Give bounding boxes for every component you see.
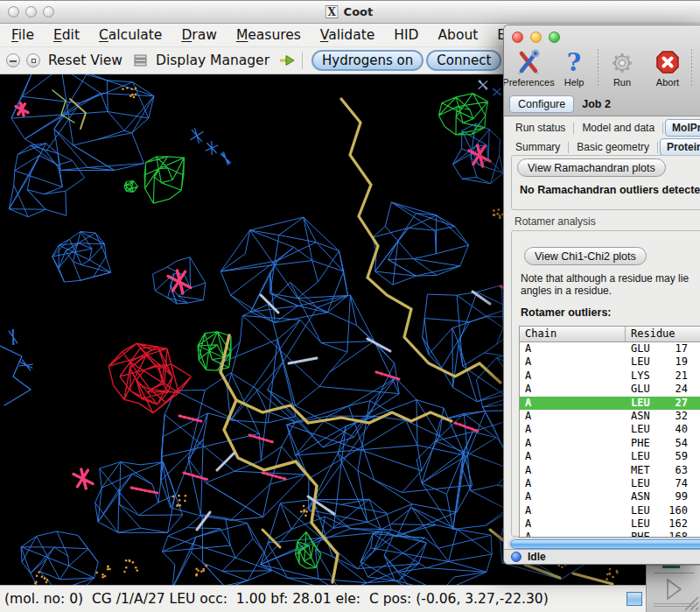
cell-residue: ASN 99 (626, 490, 688, 503)
play-icon[interactable] (664, 578, 683, 601)
cell-chain: A (520, 464, 626, 477)
dialog-toolbar: Preferences?HelpRunAbortA (506, 47, 700, 88)
toolbar-group-separator (598, 49, 598, 88)
cell-chain: A (520, 517, 626, 531)
cell-chain: A (520, 342, 626, 355)
view-chi1-chi2-plots-button[interactable]: View Chi1-Chi2 plots (524, 247, 647, 265)
menu-hid[interactable]: HID (384, 27, 428, 43)
a-button[interactable]: A (693, 47, 700, 88)
status-progress-widget[interactable] (626, 592, 642, 606)
dialog-close-button[interactable] (512, 32, 523, 43)
menu-calculate[interactable]: Calculate (89, 27, 172, 43)
dialog-minimize-button[interactable] (530, 32, 542, 43)
svg-text:?: ? (567, 49, 581, 75)
cell-residue: LEU 74 (626, 477, 688, 490)
cell-residue: MET 63 (626, 464, 688, 477)
tab-separator (657, 142, 658, 153)
cell-chain: A (520, 450, 626, 463)
table-header: Chain Residue (520, 327, 700, 342)
go-arrow-icon[interactable] (277, 54, 296, 67)
cell-chain: A (520, 490, 626, 503)
tab-configure[interactable]: Configure (509, 95, 574, 113)
rotamer-row-met-63[interactable]: AMET 63 (520, 464, 700, 477)
tab-separator (573, 123, 574, 134)
dialog-zoom-button[interactable] (549, 32, 560, 43)
reset-view-button[interactable]: Reset View (48, 53, 122, 68)
cell-chain: A (520, 369, 626, 383)
rotamer-row-asn-99[interactable]: AASN 99 (520, 490, 700, 503)
scrollbar-thumb[interactable] (510, 539, 700, 549)
preferences-button[interactable]: Preferences (506, 47, 551, 88)
close-button[interactable] (8, 6, 19, 18)
rotamer-row-lys-21[interactable]: ALYS 21 (520, 369, 700, 383)
resize-grip[interactable] (682, 594, 699, 611)
cell-residue: PHE 54 (626, 437, 688, 450)
tab-run-status[interactable]: Run status (509, 120, 571, 136)
menu-about[interactable]: About (428, 27, 487, 43)
rotamer-row-leu-27[interactable]: ALEU 27 (520, 397, 700, 410)
main-titlebar: X Coot (0, 0, 700, 24)
column-header-chain[interactable]: Chain (520, 327, 626, 341)
window-title: X Coot (326, 1, 374, 23)
rotamer-note-line1: Note that although a residue may lie (521, 272, 689, 285)
tab-basic-geometry[interactable]: Basic geometry (570, 139, 655, 155)
cell-residue: GLU 24 (626, 383, 688, 396)
validation-dialog: Preferences?HelpRunAbortA ConfigureJob 2… (503, 25, 700, 565)
menu-file[interactable]: File (2, 27, 44, 43)
toolbar-separator (302, 52, 303, 69)
menu-measures[interactable]: Measures (227, 27, 311, 43)
cell-residue: LEU 162 (626, 517, 688, 531)
dialog-status-bar: Idle (504, 549, 700, 564)
abort-stop-icon (654, 48, 681, 76)
rotamer-row-leu-40[interactable]: ALEU 40 (520, 423, 700, 436)
rotamer-outliers-table[interactable]: Chain Residue AGLU 17ALEU 19ALYS 21AGLU … (519, 326, 700, 538)
hydrogens-toggle-button[interactable]: Hydrogens on (312, 50, 424, 71)
horizontal-scrollbar[interactable] (508, 538, 700, 549)
tab-separator (568, 142, 569, 153)
minimize-button[interactable] (25, 6, 37, 18)
connect-button[interactable]: Connect (426, 50, 501, 71)
tab-molprobit[interactable]: MolProbit (665, 119, 700, 137)
zoom-button[interactable] (43, 6, 54, 18)
cell-residue: PHE 168 (626, 531, 688, 538)
rotamer-row-phe-168[interactable]: APHE 168 (520, 531, 700, 538)
view-ramachandran-plots-button[interactable]: View Ramachandran plots (517, 158, 666, 177)
display-manager-button[interactable]: Display Manager (156, 53, 270, 68)
cell-chain: A (520, 477, 626, 490)
undo-round-button[interactable] (6, 53, 20, 67)
tab-summary[interactable]: Summary (509, 139, 566, 155)
rotamer-row-glu-24[interactable]: AGLU 24 (520, 383, 700, 396)
divider (654, 573, 694, 573)
help-button[interactable]: ?Help (551, 47, 597, 88)
run-button[interactable]: Run (599, 47, 645, 88)
cell-chain: A (520, 531, 626, 538)
tab-separator (662, 123, 663, 134)
rotamer-row-leu-162[interactable]: ALEU 162 (520, 517, 700, 531)
rotamer-row-glu-17[interactable]: AGLU 17 (520, 342, 700, 355)
rotamer-row-leu-160[interactable]: ALEU 160 (520, 504, 700, 517)
redo-round-button[interactable] (26, 53, 40, 67)
menu-draw[interactable]: Draw (172, 27, 227, 43)
cell-chain: A (520, 410, 626, 423)
tab-job-2[interactable]: Job 2 (574, 96, 619, 112)
rotamer-row-phe-54[interactable]: APHE 54 (520, 437, 700, 450)
menu-validate[interactable]: Validate (311, 27, 384, 43)
menu-edit[interactable]: Edit (44, 27, 89, 43)
rotamer-row-asn-32[interactable]: AASN 32 (520, 410, 700, 423)
x11-icon: X (326, 5, 339, 18)
svg-text:X: X (327, 6, 336, 18)
rotamer-row-leu-74[interactable]: ALEU 74 (520, 477, 700, 490)
run-gear-icon (609, 48, 635, 76)
toolbar-button-label: Help (564, 77, 584, 88)
abort-button[interactable]: Abort (645, 47, 690, 88)
tab-protein[interactable]: Protein (660, 138, 700, 156)
tab-model-and-data[interactable]: Model and data (576, 120, 661, 136)
cell-residue: LEU 160 (626, 504, 688, 517)
cell-chain: A (520, 423, 626, 436)
rotamer-row-leu-59[interactable]: ALEU 59 (520, 450, 700, 463)
toolbar-group-separator (691, 49, 692, 88)
preferences-tools-icon (515, 48, 542, 76)
rotamer-row-leu-19[interactable]: ALEU 19 (520, 355, 700, 369)
column-header-residue[interactable]: Residue (626, 327, 676, 341)
window-title-text: Coot (344, 5, 374, 18)
